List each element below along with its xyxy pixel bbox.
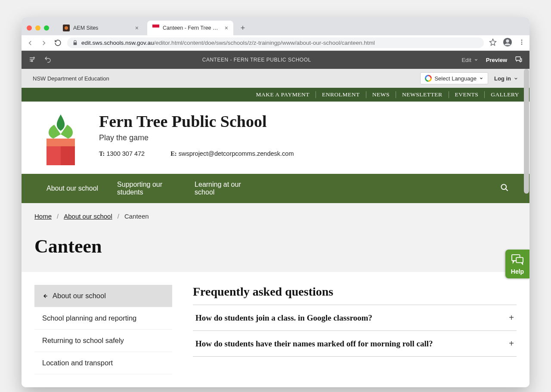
school-header: Fern Tree Public School Play the game T:… (22, 102, 529, 174)
utility-nav: MAKE A PAYMENT ENROLMENT NEWS NEWSLETTER… (22, 88, 529, 102)
tab-title: AEM Sites (73, 25, 132, 31)
nav-forward-button[interactable] (40, 39, 48, 47)
side-nav: About our school School planning and rep… (34, 285, 172, 374)
side-nav-item[interactable]: School planning and reporting (34, 307, 172, 330)
new-tab-button[interactable]: + (237, 24, 249, 33)
util-nav-item[interactable]: NEWSLETTER (396, 91, 449, 98)
breadcrumb-link[interactable]: Home (34, 213, 52, 220)
svg-rect-13 (46, 146, 61, 165)
util-nav-item[interactable]: NEWS (366, 91, 396, 98)
svg-point-6 (521, 40, 523, 41)
lock-icon (72, 40, 78, 46)
url-text: edit.sws.schools.nsw.gov.au/editor.html/… (81, 40, 375, 46)
faq-question: How do students join a class. in Google … (195, 313, 372, 323)
page-title: Canteen (34, 235, 517, 257)
svg-rect-12 (46, 139, 75, 146)
faq-question: How do students have their names marked … (195, 339, 433, 349)
breadcrumb-current: Canteen (124, 213, 149, 220)
util-nav-item[interactable]: ENROLMENT (316, 91, 366, 98)
window-minimize-button[interactable] (35, 25, 40, 31)
svg-point-5 (506, 39, 509, 42)
side-nav-item[interactable]: Returning to school safely (34, 330, 172, 352)
chevron-down-icon (479, 76, 483, 80)
editor-mode-dropdown[interactable]: Edit (461, 57, 478, 63)
annotate-icon[interactable] (515, 56, 523, 65)
expand-icon: + (509, 313, 514, 323)
bookmark-star-icon[interactable] (489, 38, 497, 48)
profile-avatar-icon[interactable] (503, 37, 512, 49)
url-field[interactable]: edit.sws.schools.nsw.gov.au/editor.html/… (67, 37, 484, 48)
content-scrollbar[interactable] (524, 69, 529, 387)
school-phone: T: 1300 307 472 (99, 150, 145, 157)
main-nav-item[interactable]: Learning at our school (185, 174, 263, 203)
window-close-button[interactable] (27, 25, 32, 31)
school-name: Fern Tree Public School (99, 112, 294, 131)
school-tagline: Play the game (99, 133, 294, 142)
tab-title: Canteen - Fern Tree Public Sch (163, 25, 221, 31)
svg-point-8 (521, 43, 523, 45)
nav-reload-button[interactable] (53, 39, 62, 47)
breadcrumb: Home / About our school / Canteen (34, 213, 517, 220)
side-panel-toggle-icon[interactable] (28, 56, 36, 65)
faq-heading: Frequently asked questions (193, 285, 517, 299)
undo-icon[interactable] (44, 56, 52, 65)
tab-favicon (63, 25, 70, 31)
nav-back-button[interactable] (26, 39, 34, 47)
main-content: Frequently asked questions How do studen… (193, 285, 517, 374)
main-nav-item[interactable]: Supporting our students (108, 174, 185, 203)
arrow-left-icon (42, 293, 48, 299)
svg-point-15 (501, 185, 507, 190)
school-logo (37, 112, 84, 164)
aem-editor-bar: CANTEEN - FERN TREE PUBLIC SCHOOL Edit P… (22, 51, 529, 69)
login-link[interactable]: Log in (494, 75, 518, 82)
svg-rect-14 (61, 146, 75, 165)
main-nav: About our school Supporting our students… (22, 174, 529, 203)
browser-tab[interactable]: AEM Sites × (58, 21, 144, 35)
faq-item[interactable]: How do students join a class. in Google … (193, 305, 517, 330)
department-bar: NSW Department of Education Select Langu… (22, 69, 529, 88)
window-maximize-button[interactable] (44, 25, 49, 31)
window-controls (27, 25, 49, 31)
svg-rect-3 (152, 28, 159, 31)
chat-icon (511, 254, 524, 265)
chevron-down-icon (514, 76, 518, 81)
main-nav-item[interactable]: About our school (37, 178, 108, 199)
browser-menu-icon[interactable] (518, 39, 525, 47)
svg-point-9 (33, 57, 34, 58)
page-header-strip: Home / About our school / Canteen Cantee… (22, 203, 529, 272)
svg-rect-11 (516, 57, 520, 60)
breadcrumb-link[interactable]: About our school (64, 213, 112, 220)
language-select[interactable]: Select Language (420, 72, 488, 84)
tab-favicon (152, 25, 159, 31)
nav-search-button[interactable] (495, 183, 514, 194)
util-nav-item[interactable]: GALLERY (485, 91, 519, 98)
util-nav-item[interactable]: MAKE A PAYMENT (250, 91, 316, 98)
department-name: NSW Department of Education (33, 75, 109, 82)
editor-page-title: CANTEEN - FERN TREE PUBLIC SCHOOL (52, 57, 461, 63)
svg-point-7 (521, 41, 523, 43)
side-nav-item[interactable]: Location and transport (34, 352, 172, 374)
school-email: E: swsproject@detcorpcomms.zendesk.com (170, 150, 294, 157)
browser-tab[interactable]: Canteen - Fern Tree Public Sch × (147, 21, 233, 35)
browser-tab-strip: AEM Sites × Canteen - Fern Tree Public S… (22, 17, 529, 35)
faq-item[interactable]: How do students have their names marked … (193, 330, 517, 357)
search-icon (500, 183, 509, 192)
side-nav-back[interactable]: About our school (34, 285, 172, 307)
tab-close-icon[interactable]: × (135, 25, 139, 31)
breadcrumb-separator: / (57, 213, 59, 220)
preview-button[interactable]: Preview (486, 57, 507, 63)
tab-close-icon[interactable]: × (225, 25, 228, 31)
browser-address-bar: edit.sws.schools.nsw.gov.au/editor.html/… (22, 35, 529, 51)
util-nav-item[interactable]: EVENTS (449, 91, 485, 98)
svg-rect-17 (516, 257, 523, 262)
expand-icon: + (509, 339, 514, 349)
svg-rect-2 (152, 25, 159, 28)
google-translate-icon (425, 75, 432, 82)
svg-point-1 (65, 26, 68, 30)
breadcrumb-separator: / (118, 213, 119, 220)
